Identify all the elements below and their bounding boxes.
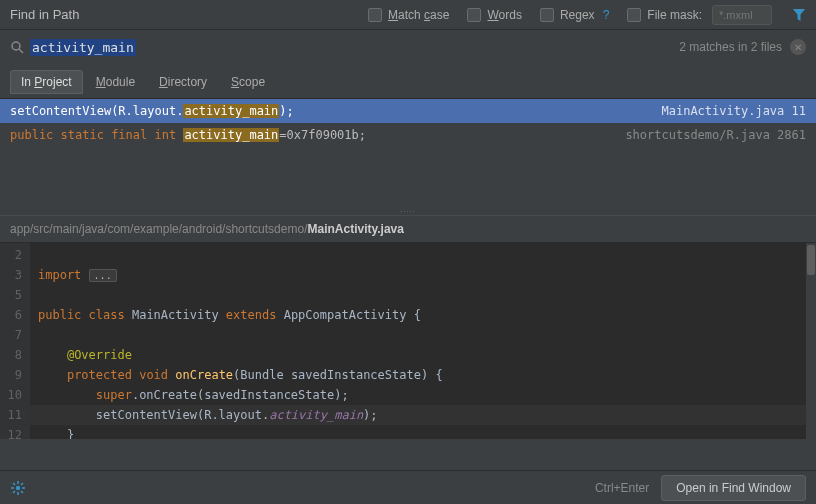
code-line[interactable]: setContentView(R.layout.activity_main); (30, 405, 816, 425)
regex-label: Regex (560, 8, 595, 22)
code-line[interactable]: protected void onCreate(Bundle savedInst… (30, 365, 816, 385)
scope-tabs: In Project Module Directory Scope (0, 64, 816, 94)
results-list: setContentView(R.layout.activity_main);M… (0, 98, 816, 147)
file-mask-label: File mask: (647, 8, 702, 22)
gutter-line-number: 7 (0, 325, 22, 345)
svg-point-0 (12, 42, 20, 50)
preview-editor[interactable]: 2356789101112 import ...public class Mai… (0, 243, 816, 439)
regex-help-icon[interactable]: ? (603, 8, 610, 22)
svg-line-8 (21, 491, 23, 493)
clear-search-icon[interactable]: ✕ (790, 39, 806, 55)
tab-in-project[interactable]: In Project (10, 70, 83, 94)
header-options: Match case Words Regex ? File mask: (356, 5, 806, 25)
gutter-line-number: 12 (0, 425, 22, 439)
footer-shortcut-hint: Ctrl+Enter (595, 481, 649, 495)
svg-line-1 (19, 49, 23, 53)
gutter-line-number: 11 (0, 405, 22, 425)
tab-directory[interactable]: Directory (148, 70, 218, 94)
gear-icon[interactable] (10, 480, 26, 496)
preview-path-file: MainActivity.java (307, 222, 403, 236)
regex-checkbox[interactable]: Regex ? (540, 8, 609, 22)
splitter-dots-icon: ····· (400, 207, 416, 216)
checkbox-icon (467, 8, 481, 22)
code-line[interactable]: } (30, 425, 816, 439)
svg-line-9 (13, 491, 15, 493)
gutter-line-number: 3 (0, 265, 22, 285)
gutter-line-number: 6 (0, 305, 22, 325)
code-line[interactable]: super.onCreate(savedInstanceState); (30, 385, 816, 405)
tab-scope[interactable]: Scope (220, 70, 276, 94)
editor-gutter: 2356789101112 (0, 243, 30, 439)
gutter-line-number: 5 (0, 285, 22, 305)
checkbox-icon (627, 8, 641, 22)
code-line[interactable]: @Override (30, 345, 816, 365)
code-line[interactable]: import ... (30, 265, 816, 285)
editor-code[interactable]: import ...public class MainActivity exte… (30, 243, 816, 439)
dialog-header: Find in Path Match case Words Regex ? Fi… (0, 0, 816, 30)
filter-icon[interactable] (792, 8, 806, 22)
search-input[interactable]: activity_main (30, 39, 679, 56)
code-line[interactable] (30, 245, 816, 265)
result-file-info: shortcutsdemo/R.java 2861 (625, 128, 806, 142)
checkbox-icon (540, 8, 554, 22)
checkbox-icon (368, 8, 382, 22)
svg-point-2 (16, 485, 20, 489)
open-in-find-window-button[interactable]: Open in Find Window (661, 475, 806, 501)
match-case-checkbox[interactable]: Match case (368, 8, 449, 22)
dialog-footer: Ctrl+Enter Open in Find Window (0, 470, 816, 504)
match-case-label: Match case (388, 8, 449, 22)
results-empty-area (0, 147, 816, 207)
code-line[interactable] (30, 325, 816, 345)
splitter-handle[interactable]: ····· (0, 207, 816, 215)
gutter-line-number: 2 (0, 245, 22, 265)
search-row: activity_main 2 matches in 2 files ✕ (0, 30, 816, 64)
file-mask-input[interactable] (712, 5, 772, 25)
search-icon (10, 40, 24, 54)
vertical-scrollbar[interactable] (806, 243, 816, 439)
code-line[interactable] (30, 285, 816, 305)
preview-path-bar: app/src/main/java/com/example/android/sh… (0, 215, 816, 243)
gutter-line-number: 9 (0, 365, 22, 385)
result-code: setContentView(R.layout.activity_main); (10, 104, 652, 118)
gutter-line-number: 8 (0, 345, 22, 365)
code-line[interactable]: public class MainActivity extends AppCom… (30, 305, 816, 325)
scrollbar-thumb[interactable] (807, 245, 815, 275)
svg-line-7 (13, 483, 15, 485)
result-row[interactable]: public static final int activity_main=0x… (0, 123, 816, 147)
result-row[interactable]: setContentView(R.layout.activity_main);M… (0, 99, 816, 123)
file-mask-checkbox[interactable]: File mask: (627, 8, 702, 22)
preview-path-dir: app/src/main/java/com/example/android/sh… (10, 222, 307, 236)
words-label: Words (487, 8, 521, 22)
result-file-info: MainActivity.java 11 (662, 104, 807, 118)
search-status: 2 matches in 2 files (679, 40, 782, 54)
dialog-title: Find in Path (10, 7, 79, 22)
search-query-text: activity_main (30, 39, 136, 56)
gutter-line-number: 10 (0, 385, 22, 405)
result-code: public static final int activity_main=0x… (10, 128, 615, 142)
words-checkbox[interactable]: Words (467, 8, 521, 22)
tab-module[interactable]: Module (85, 70, 146, 94)
svg-line-10 (21, 483, 23, 485)
